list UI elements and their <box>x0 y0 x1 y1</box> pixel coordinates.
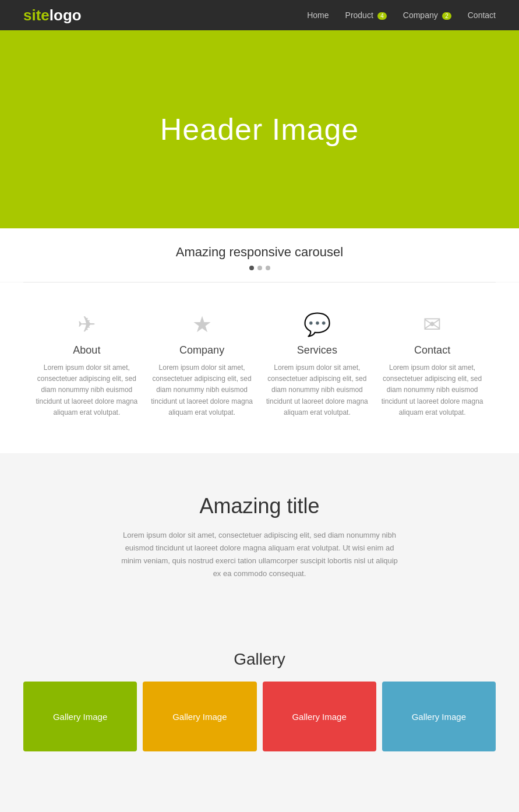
feature-contact: ✉ Contact Lorem ipsum dolor sit amet, co… <box>380 312 484 418</box>
gallery-section: Gallery Gallery Image Gallery Image Gall… <box>0 621 519 786</box>
contact-icon: ✉ <box>380 312 484 337</box>
nav-link-contact[interactable]: Contact <box>468 10 496 20</box>
gallery-item-4[interactable]: Gallery Image <box>382 682 496 751</box>
gallery-title: Gallery <box>23 650 496 669</box>
logo-site: site <box>23 6 50 24</box>
nav-item-home[interactable]: Home <box>307 10 329 20</box>
gallery-item-3[interactable]: Gallery Image <box>263 682 376 751</box>
carousel-title: Amazing responsive carousel <box>0 245 519 260</box>
amazing-title: Amazing title <box>116 494 403 518</box>
dot-1[interactable] <box>249 266 254 270</box>
gallery-grid: Gallery Image Gallery Image Gallery Imag… <box>23 682 496 751</box>
navbar: sitelogo Home Product 4 Company 2 Contac… <box>0 0 519 30</box>
dot-2[interactable] <box>257 266 262 270</box>
gallery-label-3: Gallery Image <box>292 712 346 722</box>
feature-company-text: Lorem ipsum dolor sit amet, consectetuer… <box>150 362 254 418</box>
logo-logo: logo <box>50 6 82 24</box>
nav-item-product[interactable]: Product 4 <box>345 10 387 20</box>
gallery-label-1: Gallery Image <box>53 712 107 722</box>
product-badge: 4 <box>377 12 387 20</box>
company-icon: ★ <box>150 312 254 337</box>
nav-link-home[interactable]: Home <box>307 10 329 20</box>
site-logo: sitelogo <box>23 6 82 24</box>
about-icon: ✈ <box>35 312 139 337</box>
feature-about-text: Lorem ipsum dolor sit amet, consectetuer… <box>35 362 139 418</box>
carousel-dots <box>0 266 519 270</box>
feature-services-title: Services <box>266 344 369 356</box>
gallery-item-2[interactable]: Gallery Image <box>143 682 256 751</box>
gallery-item-1[interactable]: Gallery Image <box>23 682 137 751</box>
nav-item-company[interactable]: Company 2 <box>403 10 451 20</box>
feature-about-title: About <box>35 344 139 356</box>
hero-title: Header Image <box>160 112 359 147</box>
feature-contact-title: Contact <box>380 344 484 356</box>
services-icon: 💬 <box>266 312 369 337</box>
amazing-title-text: Lorem ipsum dolor sit amet, consectetuer… <box>116 529 403 580</box>
company-badge: 2 <box>442 12 451 20</box>
gallery-label-2: Gallery Image <box>172 712 227 722</box>
feature-contact-text: Lorem ipsum dolor sit amet, consectetuer… <box>380 362 484 418</box>
hero-section: Header Image <box>0 30 519 228</box>
feature-services-text: Lorem ipsum dolor sit amet, consectetuer… <box>266 362 369 418</box>
template-section: Amazing responsive template Lorem ipsum … <box>0 786 519 812</box>
amazing-title-section: Amazing title Lorem ipsum dolor sit amet… <box>0 453 519 621</box>
features-section: ✈ About Lorem ipsum dolor sit amet, cons… <box>0 283 519 453</box>
carousel-section: Amazing responsive carousel <box>0 228 519 282</box>
dot-3[interactable] <box>266 266 270 270</box>
nav-links: Home Product 4 Company 2 Contact <box>307 10 496 20</box>
nav-link-product[interactable]: Product <box>345 10 373 20</box>
feature-services: 💬 Services Lorem ipsum dolor sit amet, c… <box>266 312 369 418</box>
nav-item-contact[interactable]: Contact <box>468 10 496 20</box>
nav-link-company[interactable]: Company <box>403 10 438 20</box>
feature-company-title: Company <box>150 344 254 356</box>
feature-about: ✈ About Lorem ipsum dolor sit amet, cons… <box>35 312 139 418</box>
feature-company: ★ Company Lorem ipsum dolor sit amet, co… <box>150 312 254 418</box>
gallery-label-4: Gallery Image <box>412 712 466 722</box>
